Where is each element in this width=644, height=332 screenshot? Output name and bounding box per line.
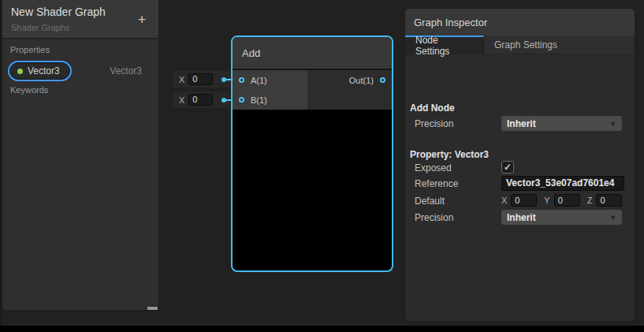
input-port-a-label: A(1)	[251, 76, 267, 85]
property-type-dot-icon	[17, 69, 23, 74]
default-label: Default	[415, 196, 445, 207]
graph-title: New Shader Graph	[11, 6, 106, 18]
input-b-value-field[interactable]: 0	[188, 94, 213, 106]
default-vector-row: X 0 Y 0 Z 0	[501, 194, 622, 207]
input-port-b-label: B(1)	[251, 95, 267, 105]
blackboard-header[interactable]: New Shader Graph Shader Graphs +	[2, 0, 158, 39]
node-precision-label: Precision	[415, 118, 453, 129]
input-b-axis-label: X	[179, 95, 184, 105]
add-node-port-area: A(1) B(1) Out(1)	[233, 70, 392, 110]
exposed-checkbox[interactable]: ✓	[501, 161, 514, 173]
property-precision-label: Precision	[415, 212, 453, 223]
dropdown-arrow-icon: ▼	[609, 214, 616, 222]
tab-node-settings[interactable]: Node Settings	[405, 35, 484, 54]
blackboard-panel: New Shader Graph Shader Graphs + Propert…	[2, 0, 159, 311]
blackboard-resize-handle[interactable]	[147, 307, 158, 310]
default-x-axis-label: X	[501, 196, 507, 205]
output-port-out-icon[interactable]	[380, 77, 385, 83]
default-z-group: Z 0	[587, 194, 623, 207]
graph-inspector-panel: Graph Inspector Node Settings Graph Sett…	[404, 8, 635, 322]
reference-input[interactable]: Vector3_53e07ad7601e4	[501, 176, 624, 191]
output-port-container: Out(1)	[307, 70, 392, 110]
add-node-header[interactable]: Add	[233, 37, 392, 70]
reference-label: Reference	[415, 178, 458, 189]
property-pill-label: Vector3	[28, 65, 60, 76]
property-type-label: Vector3	[110, 65, 142, 76]
port-row-out: Out(1)	[307, 70, 392, 90]
exposed-label: Exposed	[415, 162, 452, 173]
default-y-axis-label: Y	[544, 196, 549, 205]
keywords-section-label[interactable]: Keywords	[10, 85, 48, 95]
default-z-axis-label: Z	[587, 196, 593, 205]
input-port-container: A(1) B(1)	[233, 70, 307, 110]
graph-inspector-header[interactable]: Graph Inspector	[405, 9, 635, 35]
default-y-input[interactable]: 0	[554, 194, 580, 207]
property-section-heading: Property: Vector3	[410, 149, 489, 160]
inspector-tab-strip: Node Settings Graph Settings	[405, 35, 635, 54]
property-precision-dropdown[interactable]: Inherit ▼	[501, 210, 622, 225]
node-precision-dropdown[interactable]: Inherit ▼	[501, 116, 622, 131]
input-a-axis-label: X	[179, 75, 184, 84]
graph-subtitle: Shader Graphs	[11, 23, 70, 32]
input-b-default-field: X 0	[173, 91, 230, 108]
node-precision-value: Inherit	[507, 118, 536, 129]
input-a-value-field[interactable]: 0	[188, 73, 213, 85]
window-bottom-bar	[0, 326, 644, 332]
default-x-input[interactable]: 0	[511, 194, 537, 207]
property-pill-vector3[interactable]: Vector3	[9, 62, 70, 80]
default-y-group: Y 0	[544, 194, 579, 207]
output-port-label: Out(1)	[349, 76, 374, 85]
input-a-default-field: X 0	[173, 71, 230, 88]
tab-graph-settings[interactable]: Graph Settings	[484, 35, 568, 54]
checkmark-icon: ✓	[504, 162, 512, 173]
properties-section-label[interactable]: Properties	[10, 45, 50, 54]
add-node-section-heading: Add Node	[410, 103, 455, 114]
default-z-input[interactable]: 0	[596, 194, 622, 207]
port-row-b: B(1)	[233, 90, 307, 110]
dropdown-arrow-icon: ▼	[609, 120, 616, 128]
add-node[interactable]: Add A(1) B(1) Out(1)	[231, 35, 393, 272]
graph-inspector-title: Graph Inspector	[414, 17, 487, 28]
port-row-a: A(1)	[233, 70, 307, 90]
add-property-button[interactable]: +	[134, 11, 150, 28]
input-port-b-icon[interactable]	[239, 97, 244, 103]
add-node-title: Add	[242, 47, 260, 59]
property-precision-value: Inherit	[507, 212, 536, 223]
default-x-group: X 0	[501, 194, 537, 207]
input-port-a-icon[interactable]	[239, 77, 244, 83]
